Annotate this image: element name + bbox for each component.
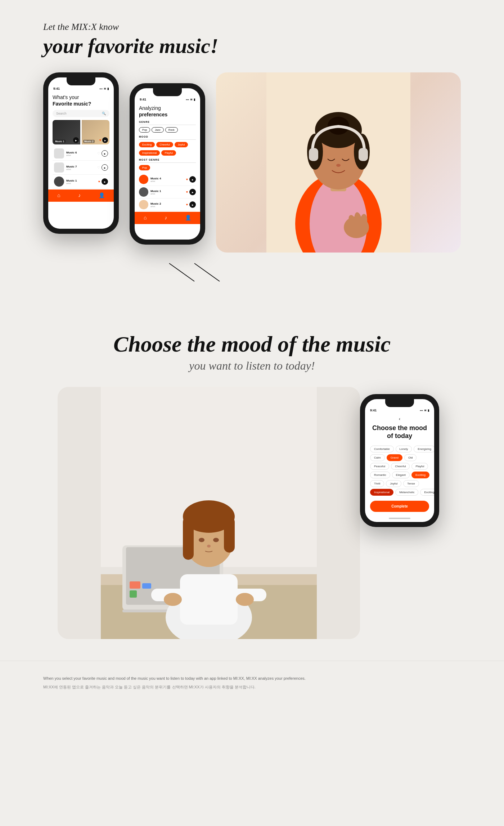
mood-thrill[interactable]: Thrill (370, 480, 384, 487)
mood-playful[interactable]: Playful (411, 463, 428, 470)
heart-music7[interactable]: ♡ (97, 166, 100, 169)
mood-melancholic[interactable]: Melancholic (395, 489, 418, 496)
tag-pop[interactable]: Pop (139, 127, 150, 133)
card-2-play-btn[interactable]: ▶ (102, 137, 108, 143)
p2-heart-music2[interactable]: ♥ (186, 203, 188, 206)
play-music7[interactable]: ▶ (102, 164, 108, 171)
battery-icon: ▮ (107, 87, 109, 90)
svg-line-16 (169, 263, 194, 281)
mood-exciting2[interactable]: Exciting (420, 489, 434, 496)
phone-2-content: Analyzing preferences GENRE Pop Jazz Roc… (135, 102, 200, 211)
section2-title: Choose the mood of the music (43, 332, 461, 356)
svg-point-33 (236, 593, 254, 606)
list-item-music6: Music 6 artist ♡ ▶ (53, 147, 109, 161)
p2-nav-note-icon[interactable]: ♪ (165, 215, 167, 220)
tag-rock[interactable]: Rock (165, 127, 178, 133)
tag-joyful[interactable]: Joyful (175, 142, 188, 147)
tag-exciting[interactable]: Exciting (139, 142, 155, 147)
p2-nav-person-icon[interactable]: 👤 (185, 215, 191, 220)
card-2-label: Music 2 (83, 140, 95, 143)
phone-3-back[interactable]: ‹ (370, 416, 429, 421)
p2-thumb-music2 (139, 200, 148, 209)
p3-wifi-icon: ≋ (424, 409, 427, 412)
info-music7: Music 7 artist (66, 165, 95, 170)
mood-comfortable[interactable]: Comfortable (370, 446, 394, 452)
p2-nav-home-icon[interactable]: ⌂ (144, 215, 147, 220)
p3-signal-icon: ▪▪▪ (420, 409, 423, 412)
mood-peaceful[interactable]: Peaceful (370, 463, 389, 470)
mood-old[interactable]: Old (404, 454, 417, 461)
phone-2-status-icons: ▪▪▪ ≋ ▮ (186, 98, 195, 101)
p2-play-music4[interactable]: ▶ (189, 176, 196, 183)
p2-battery-icon: ▮ (194, 98, 195, 101)
phone-1-time: 9:41 (53, 87, 60, 90)
tag-inspirational[interactable]: Inspirational (139, 150, 160, 156)
mood-grand[interactable]: Grand (387, 454, 402, 461)
phone-1-search[interactable]: Search 🔍 (53, 110, 109, 117)
phone-3-container: 9:41 ▪▪▪ ≋ ▮ ‹ Choose the mood of today (360, 394, 446, 527)
p2-heart-music4[interactable]: ♥ (186, 178, 188, 181)
mood-row-4: Romantic Elegant Exciting (370, 472, 429, 478)
phone-3-notch (385, 399, 414, 407)
home-indicator-bar (389, 518, 410, 519)
woman-photo-area (216, 72, 461, 253)
mood-elegant[interactable]: Elegant (392, 472, 410, 478)
svg-point-9 (336, 164, 341, 167)
phone-1-status-bar: 9:41 ▪▪▪ ≋ ▮ (48, 85, 114, 91)
p2-info-music2: Music 2 artist (150, 202, 184, 207)
p2-thumb-music4 (139, 175, 148, 184)
tag-jazz[interactable]: Jazz (152, 127, 163, 133)
nav-person-icon[interactable]: 👤 (99, 192, 105, 198)
mood-joyful[interactable]: Joyful (386, 480, 401, 487)
footer-text-en: When you select your favorite music and … (43, 675, 461, 682)
complete-button[interactable]: Complete (370, 501, 429, 512)
svg-rect-36 (183, 517, 194, 560)
p2-play-music2[interactable]: ▶ (189, 201, 196, 208)
tag-playful[interactable]: Playful (161, 150, 176, 156)
card-2-heart[interactable]: ♥ (99, 138, 101, 142)
mood-exciting[interactable]: Exciting (411, 472, 429, 478)
mood-row-1: Comfortable Lonely Energizing (370, 446, 429, 452)
p2-list-item-music2: Music 2 artist ♥ ▶ (139, 198, 196, 211)
mood-tags-2: Inspirational Playful (139, 150, 196, 156)
card-1-label: Music 1 (54, 140, 66, 143)
phone-3-content: ‹ Choose the mood of today Comfortable L… (365, 413, 434, 516)
info-music6: Music 6 artist (66, 151, 95, 156)
mood-lonely[interactable]: Lonely (396, 446, 412, 452)
play-music6[interactable]: ▶ (102, 150, 108, 157)
mood-tense[interactable]: Tense (403, 480, 419, 487)
tag-cheerful[interactable]: Cheerful (156, 142, 173, 147)
phone-1-content: What's your Favorite music? Search 🔍 Mus… (48, 91, 114, 189)
nav-note-icon[interactable]: ♪ (78, 192, 81, 198)
list-item-music7: Music 7 artist ♡ ▶ (53, 161, 109, 175)
music-card-2[interactable]: Music 2 ♥ ▶ (82, 120, 109, 144)
info-music1: Music 1 artist (66, 179, 96, 184)
music-card-1[interactable]: Music 1 ▶ (53, 120, 80, 144)
p2-heart-music1[interactable]: ♥ (186, 190, 188, 194)
svg-rect-11 (359, 148, 368, 161)
heart-music6[interactable]: ♡ (97, 152, 100, 155)
mood-row-2: Calm Grand Old (370, 454, 429, 461)
genre-tags: Pop Jazz Rock (139, 127, 196, 133)
mood-inspirational[interactable]: Inspirational (370, 489, 393, 496)
heart-music1[interactable]: ♥ (98, 180, 100, 183)
nav-home-icon[interactable]: ⌂ (57, 192, 60, 198)
svg-point-39 (213, 538, 219, 542)
woman-photo (216, 72, 461, 253)
list-item-music1: Music 1 artist ♥ ▶ (53, 175, 109, 189)
mood-row-5: Thrill Joyful Tense (370, 480, 429, 487)
phone-2-notch (153, 88, 182, 96)
card-1-play-btn[interactable]: ▶ (73, 137, 79, 143)
footer: When you select your favorite music and … (0, 661, 504, 701)
section-2: Choose the mood of the music you want to… (0, 303, 504, 653)
tag-pop-most[interactable]: Pop (139, 165, 150, 170)
mood-calm[interactable]: Calm (370, 454, 385, 461)
mood-label: MOOD (139, 135, 196, 138)
mood-energizing[interactable]: Energizing (414, 446, 434, 452)
mood-cheerful[interactable]: Cheerful (391, 463, 410, 470)
p2-play-music1[interactable]: ▶ (189, 189, 196, 195)
mood-row-6: Inspirational Melancholic Exciting (370, 489, 429, 496)
play-music1[interactable]: ▶ (102, 178, 108, 185)
mood-romantic[interactable]: Romantic (370, 472, 390, 478)
phone-3-home-indicator (365, 516, 434, 522)
